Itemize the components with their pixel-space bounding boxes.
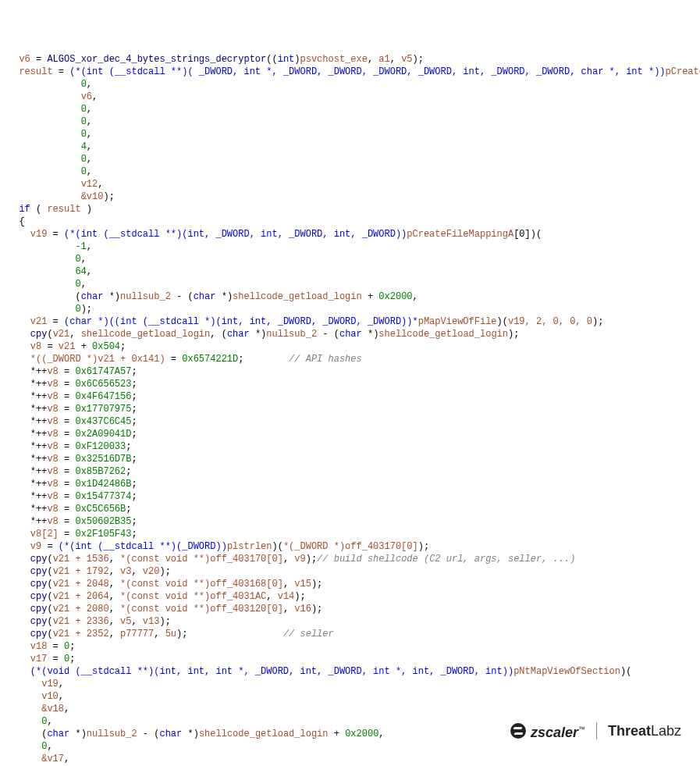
code-line: *++v8 = 0x61747A57; [8, 366, 137, 377]
code-line: &v17, [8, 754, 69, 764]
code-line: v19 = (*(int (__stdcall **)(int, _DWORD,… [8, 229, 542, 240]
zscaler-text: zscaler [531, 725, 578, 740]
code-line: v6 = ALGOS_xor_dec_4_bytes_strings_decry… [8, 54, 424, 65]
code-line: 0, [8, 129, 92, 140]
code-line: cpy(v21 + 2336, v5, v13); [8, 616, 171, 627]
code-line: cpy(v21 + 1792, v3, v20); [8, 566, 171, 577]
watermark: zscaler™ ThreatLabz [510, 722, 681, 739]
code-line: cpy(v21 + 2080, *(const void **)off_4031… [8, 604, 322, 615]
code-line: v10, [8, 691, 64, 702]
code-line: 0, [8, 79, 92, 90]
code-line: 0, [8, 154, 92, 165]
code-line: *++v8 = 0x50602B35; [8, 516, 137, 527]
code-line: *++v8 = 0x2A09041D; [8, 429, 137, 440]
zscaler-logo: zscaler™ [510, 723, 585, 739]
code-line: &v18, [8, 704, 69, 714]
code-line: v9 = (*(int (__stdcall **)(_DWORD))plstr… [8, 541, 429, 552]
code-line: v17 = 0; [8, 654, 75, 664]
threatlabz-logo: ThreatLabz [608, 725, 681, 737]
code-line: cpy(v21 + 2064, *(const void **)off_4031… [8, 591, 306, 602]
code-line: 0); [8, 304, 92, 315]
code-line: (*(void (__stdcall **)(int, int, int *, … [8, 666, 631, 677]
code-line: cpy(v21, shellcode_getload_login, (char … [8, 329, 519, 340]
code-line: *++v8 = 0x4F647156; [8, 391, 137, 402]
zscaler-icon [510, 723, 526, 739]
code-line: *++v8 = 0x85B7262; [8, 466, 131, 477]
code-line: *++v8 = 0x32516D7B; [8, 454, 137, 465]
code-line: 0, [8, 716, 53, 727]
code-line: v6, [8, 91, 98, 102]
code-line: 0, [8, 741, 53, 752]
code-line: (char *)nullsub_2 - (char *)shellcode_ge… [8, 729, 385, 739]
code-line: { [8, 216, 25, 227]
code-line: 0, [8, 279, 87, 290]
code-line: v19, [8, 679, 64, 689]
code-line: *++v8 = 0xC5C656B; [8, 504, 131, 515]
code-line: 0, [8, 104, 92, 115]
code-line: cpy(v21 + 2048, *(const void **)off_4031… [8, 579, 322, 590]
code-line: -1, [8, 241, 92, 252]
code-line: 64, [8, 266, 92, 277]
watermark-divider [596, 722, 597, 739]
code-line: *((_DWORD *)v21 + 0x141) = 0x6574221D; /… [8, 354, 362, 365]
code-line: v8[2] = 0x2F105F43; [8, 529, 137, 540]
code-line: 0, [8, 166, 92, 177]
trademark-symbol: ™ [578, 725, 585, 733]
code-line: *++v8 = 0x437C6C45; [8, 416, 137, 427]
code-listing: v6 = ALGOS_xor_dec_4_bytes_strings_decry… [8, 53, 692, 766]
code-line: 4, [8, 141, 92, 152]
code-line: v21 = (char *)((int (__stdcall *)(int, i… [8, 316, 603, 327]
code-line: v18 = 0; [8, 641, 75, 652]
code-line: result = (*(int (__stdcall **)( _DWORD, … [8, 66, 700, 77]
code-line: *++v8 = 0x17707975; [8, 404, 137, 415]
code-line: v12, [8, 179, 103, 190]
code-line: *++v8 = 0x15477374; [8, 491, 137, 502]
code-line: *++v8 = 0x1D42486B; [8, 479, 137, 490]
code-line: &v10); [8, 191, 115, 202]
code-line: (char *)nullsub_2 - (char *)shellcode_ge… [8, 291, 418, 302]
code-line: if ( result ) [8, 204, 92, 215]
code-line: 0, [8, 254, 87, 265]
code-line: cpy(v21 + 1536, *(const void **)off_4031… [8, 554, 575, 565]
code-line: 0, [8, 116, 92, 127]
code-line: *++v8 = 0x6C656523; [8, 379, 137, 390]
code-line: cpy(v21 + 2352, p77777, 5u); // seller [8, 629, 334, 640]
code-line: v8 = v21 + 0x504; [8, 341, 126, 352]
code-line: *++v8 = 0xF120033; [8, 441, 131, 452]
